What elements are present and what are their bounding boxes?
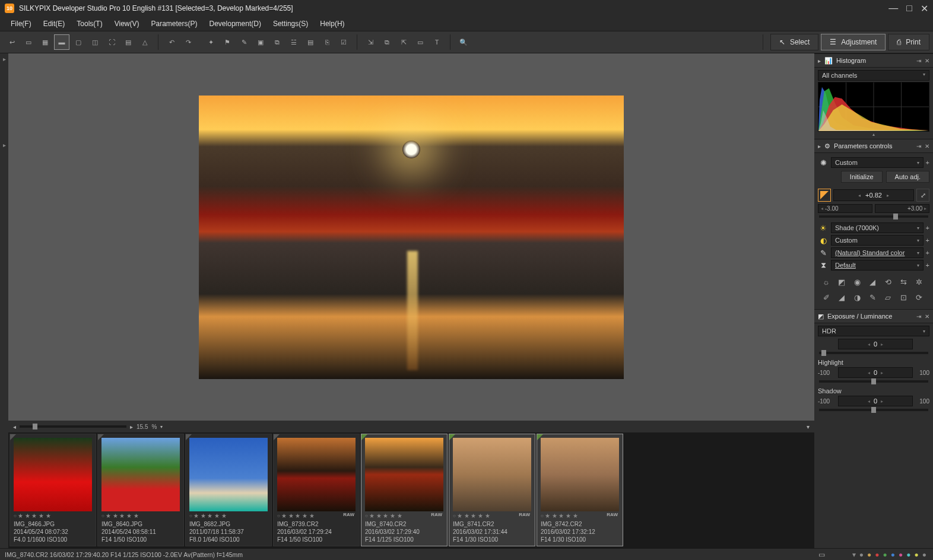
thumbnail[interactable]: ○ ★ ★ ★ ★ ★ IMG_8640.JPG 2014/05/24 08:5… [97,434,184,546]
shadow-stepper[interactable]: ◂0▸ [838,396,913,406]
status-color-icon[interactable]: ● [906,551,910,559]
screen-icon[interactable]: ▭ [412,34,428,50]
curve-icon[interactable]: ◩ [836,276,848,288]
wand-icon[interactable]: ✦ [203,34,218,50]
status-color-icon[interactable]: ● [891,551,895,559]
menu-help[interactable]: Help(H) [314,18,350,29]
split-icon[interactable]: ◫ [87,34,103,50]
shadow-slider[interactable] [819,409,928,411]
initialize-button[interactable]: Initialize [841,171,883,183]
status-color-icon[interactable]: ● [867,551,871,559]
exposure-slider[interactable] [819,215,928,218]
folder-icon[interactable]: ▭ [21,34,36,50]
grid-icon[interactable]: ▦ [37,34,53,50]
autoadj-button[interactable]: Auto adj. [886,171,929,183]
hdr-mode-select[interactable]: HDR▾ [818,326,929,336]
status-chevron-icon[interactable]: ▾ [852,551,856,559]
highlight-slider[interactable] [819,380,928,383]
thumbnail[interactable]: RAW ○ ★ ★ ★ ★ ★ IMG_8742.CR2 2016/03/02 … [537,434,623,546]
nr-select[interactable]: Default▾ [831,260,924,271]
maximize-button[interactable]: □ [906,3,912,14]
thumbnail[interactable]: RAW ○ ★ ★ ★ ★ ★ IMG_8739.CR2 2016/03/02 … [273,434,360,546]
status-color-icon[interactable]: ● [859,551,864,559]
zoom-in-icon[interactable]: ▸ [130,424,133,430]
brush-icon[interactable]: ✐ [820,291,832,303]
panel-parameters-header[interactable]: ▸ ⚙ Parameters controls ⇥ ✕ [814,139,933,153]
menu-view[interactable]: View(V) [109,18,145,29]
fit-icon[interactable]: ⛶ [104,34,119,50]
color-select[interactable]: (Natural) Standard color▾ [831,247,924,258]
exposure-value-stepper[interactable]: ◂+0.82▸ [833,189,914,201]
crop-icon[interactable]: ⊡ [897,291,909,303]
table-icon[interactable]: ▤ [120,34,136,50]
check-icon[interactable]: ☑ [336,34,351,50]
flag-icon[interactable]: ⚑ [220,34,235,50]
tone-select[interactable]: Custom▾ [831,235,924,246]
status-color-icon[interactable]: ● [883,551,887,559]
stamp-icon[interactable]: ▣ [253,34,268,50]
pin-icon[interactable]: ⇥ [916,313,921,320]
thumbnail[interactable]: RAW ○ ★ ★ ★ ★ ★ IMG_8741.CR2 2016/03/02 … [449,434,535,546]
vignette-icon[interactable]: ◉ [851,276,863,288]
status-color-icon[interactable]: ● [875,551,879,559]
rating-stars[interactable]: ○ ★ ★ ★ ★ ★ [186,513,271,519]
highlight-stepper[interactable]: ◂0▸ [838,367,913,378]
mode-adjustment[interactable]: ☰Adjustment [821,34,886,50]
preset-add-icon[interactable]: + [926,159,929,166]
expand-left-icon[interactable]: ▸ [3,56,6,62]
undo-icon[interactable]: ↶ [164,34,179,50]
redo-icon[interactable]: ↷ [180,34,196,50]
thumbnail[interactable]: RAW ○ ★ ★ ★ ★ ★ IMG_8740.CR2 2016/03/02 … [361,434,448,546]
zoom-dropdown-icon[interactable]: ▾ [160,424,163,429]
single-view-icon[interactable]: ▬ [54,34,69,50]
warn-icon[interactable]: △ [137,34,153,50]
close-button[interactable]: ✕ [921,3,928,14]
tone-add-icon[interactable]: + [926,237,929,244]
sharpen-icon[interactable]: ◢ [867,276,878,288]
hdr-stepper[interactable]: ◂0▸ [838,339,913,349]
pin-icon[interactable]: ⇥ [916,143,921,149]
back-icon[interactable]: ↩ [4,34,20,50]
color-add-icon[interactable]: + [926,249,929,256]
panel-exposure-header[interactable]: ◩ Exposure / Luminance ⇥ ✕ [814,309,933,323]
zoom-out-icon[interactable]: ◂ [13,424,16,430]
gradient-icon[interactable]: ▱ [882,291,894,303]
preset-select[interactable]: Custom▾ [831,157,924,168]
exposure-icon[interactable] [818,189,831,202]
highlight-icon[interactable]: ☼ [820,276,832,288]
panel-close-icon[interactable]: ✕ [925,58,929,64]
edit-icon[interactable]: ✎ [236,34,252,50]
chevron-right-icon[interactable]: ▸ [818,143,821,149]
mode-select[interactable]: ↖Select [770,34,818,50]
histogram-mode-select[interactable]: All channels▾ [818,70,929,81]
exposure-expand-icon[interactable]: ⤢ [916,189,929,202]
status-monitor-icon[interactable]: ▭ [818,551,825,559]
refresh-icon[interactable]: ⟳ [913,291,925,303]
thumbnail[interactable]: ○ ★ ★ ★ ★ ★ IMG_8466.JPG 2014/05/24 08:0… [9,434,96,546]
search-icon[interactable]: 🔍 [456,34,471,50]
gear2-icon[interactable]: ✲ [913,276,925,288]
filmstrip[interactable]: ○ ★ ★ ★ ★ ★ IMG_8466.JPG 2014/05/24 08:0… [8,432,814,548]
rotate-icon[interactable]: ⟲ [882,276,894,288]
link-icon[interactable]: ⧉ [269,34,285,50]
flip-icon[interactable]: ⇆ [897,276,909,288]
rating-stars[interactable]: ○ ★ ★ ★ ★ ★ [10,513,96,519]
wb-add-icon[interactable]: + [926,224,929,231]
preview-area[interactable] [8,53,814,421]
lens-icon[interactable]: ◑ [851,291,863,303]
upload-icon[interactable]: ⇱ [396,34,411,50]
pin-icon[interactable]: ⇥ [916,58,921,64]
menu-tools[interactable]: Tools(T) [71,18,108,29]
status-color-icon[interactable]: ● [915,551,919,559]
layers-icon[interactable]: ☱ [286,34,302,50]
thumbnail[interactable]: ○ ★ ★ ★ ★ ★ IMG_8682.JPG 2011/07/18 11:5… [185,434,272,546]
menu-settings[interactable]: Settings(S) [267,18,314,29]
minimize-button[interactable]: — [888,3,898,14]
panel-close-icon[interactable]: ✕ [925,143,929,149]
perspective-icon[interactable]: ◢ [836,291,848,303]
status-color-icon[interactable]: ● [922,551,926,559]
copy-icon[interactable]: ⎘ [319,34,335,50]
menu-edit[interactable]: Edit(E) [37,18,71,29]
stack-icon[interactable]: ▤ [303,34,318,50]
batch-icon[interactable]: ⧉ [379,34,395,50]
